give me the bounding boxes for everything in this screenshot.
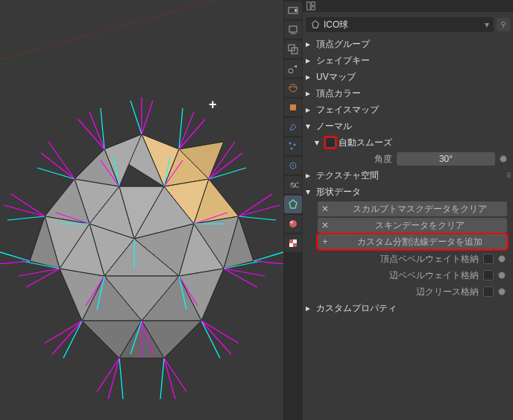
section-label: 頂点カラー xyxy=(316,87,361,100)
expand-icon: ▸ xyxy=(306,72,313,82)
tab-output[interactable] xyxy=(284,21,302,39)
add-custom-split-normals-button[interactable]: +カスタム分割法線データを追加 xyxy=(318,234,507,249)
collapse-icon: ▾ xyxy=(306,121,313,131)
svg-point-105 xyxy=(292,165,294,166)
pin-button[interactable] xyxy=(497,18,510,31)
tab-object[interactable] xyxy=(284,98,302,116)
checkbox[interactable] xyxy=(483,254,494,264)
button-label: スカルプトマスクデータをクリア xyxy=(333,203,507,216)
angle-row: 角度 30° xyxy=(303,151,513,167)
section-geometry-data[interactable]: ▾形状データ⠿ xyxy=(303,184,513,200)
section-uv-maps[interactable]: ▸UVマップ⠿ xyxy=(303,69,513,85)
expand-icon: ▸ xyxy=(306,88,313,98)
svg-rect-113 xyxy=(312,2,315,5)
tab-view-layer[interactable] xyxy=(284,40,302,58)
tab-particles[interactable] xyxy=(284,137,302,155)
option-label: 頂点ベベルウェイト格納 xyxy=(380,253,479,266)
section-label: テクスチャ空間 xyxy=(316,169,379,182)
tab-object-data[interactable] xyxy=(284,195,302,213)
collapse-icon: ▾ xyxy=(315,137,322,148)
button-label: スキンデータをクリア xyxy=(333,219,507,232)
angle-input[interactable]: 30° xyxy=(397,152,495,166)
keyframe-dot-icon[interactable] xyxy=(498,288,506,295)
object-name: ICO球 xyxy=(324,19,348,31)
clear-skin-button[interactable]: ✕スキンデータをクリア xyxy=(318,218,507,233)
angle-value: 30° xyxy=(439,154,453,164)
svg-rect-110 xyxy=(289,243,293,247)
button-label: カスタム分割法線データを追加 xyxy=(333,236,507,248)
svg-point-98 xyxy=(289,69,293,73)
keyframe-dot-icon[interactable] xyxy=(498,255,506,263)
viewport-3d[interactable]: + xyxy=(0,0,283,420)
svg-point-107 xyxy=(290,222,293,224)
tab-render[interactable] xyxy=(284,1,302,19)
svg-point-115 xyxy=(502,22,506,25)
section-label: シェイプキー xyxy=(316,54,370,67)
section-vertex-groups[interactable]: ▸頂点グループ⠿ xyxy=(303,36,513,52)
svg-rect-93 xyxy=(295,9,297,12)
tab-scene[interactable] xyxy=(284,60,302,78)
section-texture-space[interactable]: ▸テクスチャ空間⠿ xyxy=(303,167,513,184)
svg-point-101 xyxy=(289,142,292,145)
tab-modifiers[interactable] xyxy=(284,118,302,136)
store-vertex-bevel-row: 頂点ベベルウェイト格納 xyxy=(303,251,513,267)
svg-rect-108 xyxy=(289,239,293,243)
option-label: 辺クリース格納 xyxy=(416,286,479,298)
section-shape-keys[interactable]: ▸シェイプキー⠿ xyxy=(303,52,513,69)
option-label: 自動スムーズ xyxy=(339,137,392,149)
clear-sculpt-mask-button[interactable]: ✕スカルプトマスクデータをクリア xyxy=(318,201,507,216)
expand-icon: ▸ xyxy=(306,39,313,49)
mesh-icon xyxy=(310,19,321,30)
svg-rect-112 xyxy=(307,2,310,10)
properties-panel: ▸頂点グループ⠿ ▸シェイプキー⠿ ▸UVマップ⠿ ▸頂点カラー⠿ ▸フェイスマ… xyxy=(303,36,513,316)
auto-smooth-checkbox[interactable] xyxy=(325,137,336,148)
auto-smooth-row[interactable]: ▾自動スムーズ xyxy=(303,134,513,151)
tab-texture[interactable] xyxy=(284,234,302,252)
svg-point-99 xyxy=(289,84,297,92)
expand-icon: ▸ xyxy=(306,170,313,181)
properties-header xyxy=(303,0,513,12)
tab-physics[interactable] xyxy=(284,157,302,175)
cursor-crosshair: + xyxy=(209,97,217,113)
svg-point-102 xyxy=(294,144,296,146)
svg-point-103 xyxy=(291,148,293,150)
keyframe-dot-icon[interactable] xyxy=(500,155,507,163)
drag-handle-icon[interactable]: ⠿ xyxy=(506,172,510,180)
svg-point-106 xyxy=(289,220,297,228)
tab-constraints[interactable] xyxy=(284,176,302,194)
section-label: 頂点グループ xyxy=(316,38,370,51)
checkbox[interactable] xyxy=(483,270,494,280)
option-label: 辺ベベルウェイト格納 xyxy=(389,269,479,282)
section-normals[interactable]: ▾ノーマル⠿ xyxy=(303,118,513,134)
object-selector-row: ICO球 ▾ xyxy=(303,16,513,33)
section-label: UVマップ xyxy=(316,71,356,84)
store-edge-crease-row: 辺クリース格納 xyxy=(303,283,513,300)
plus-icon: + xyxy=(318,236,333,247)
properties-icon xyxy=(306,1,316,11)
angle-label: 角度 xyxy=(347,153,392,166)
checkbox[interactable] xyxy=(483,286,494,297)
dropdown-icon: ▾ xyxy=(485,19,489,30)
x-icon: ✕ xyxy=(318,220,333,231)
section-face-maps[interactable]: ▸フェイスマップ⠿ xyxy=(303,101,513,118)
expand-icon: ▸ xyxy=(306,104,313,115)
svg-rect-114 xyxy=(312,7,315,10)
section-label: 形状データ xyxy=(316,186,361,198)
expand-icon: ▸ xyxy=(306,55,313,66)
svg-rect-100 xyxy=(290,104,296,110)
x-icon: ✕ xyxy=(318,204,333,214)
section-label: ノーマル xyxy=(316,120,352,133)
store-edge-bevel-row: 辺ベベルウェイト格納 xyxy=(303,267,513,283)
section-label: カスタムプロパティ xyxy=(316,302,397,315)
properties-tabs xyxy=(283,0,303,420)
tab-world[interactable] xyxy=(284,79,302,97)
collapse-icon: ▾ xyxy=(306,187,313,197)
svg-rect-94 xyxy=(289,26,297,32)
object-selector[interactable]: ICO球 ▾ xyxy=(306,17,494,32)
section-vertex-colors[interactable]: ▸頂点カラー⠿ xyxy=(303,85,513,101)
section-custom-properties[interactable]: ▸カスタムプロパティ⠿ xyxy=(303,300,513,316)
section-label: フェイスマップ xyxy=(316,104,379,116)
tab-material[interactable] xyxy=(284,215,302,233)
expand-icon: ▸ xyxy=(306,303,313,313)
keyframe-dot-icon[interactable] xyxy=(498,272,506,279)
